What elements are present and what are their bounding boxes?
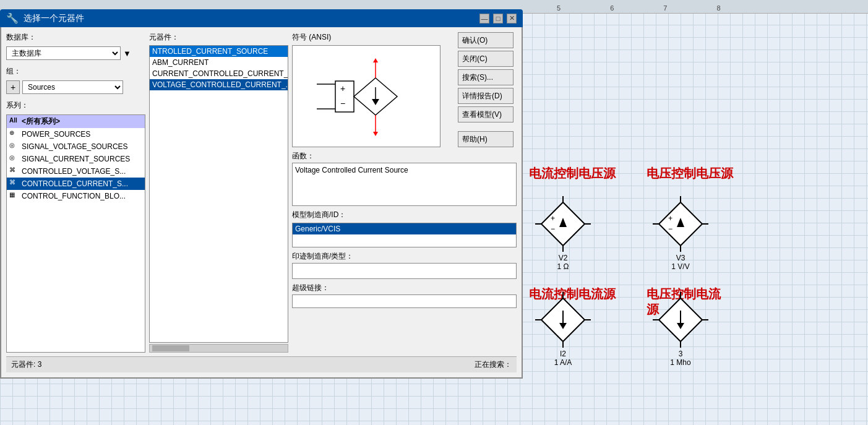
view-model-btn[interactable]: 查看模型(V) bbox=[458, 106, 513, 122]
series-item-power[interactable]: ⊕ POWER_SOURCES bbox=[7, 128, 145, 140]
svg-marker-41 bbox=[373, 132, 378, 136]
super-row bbox=[292, 294, 517, 308]
component-scrollbar[interactable] bbox=[149, 344, 288, 353]
series-label: 系列： bbox=[6, 100, 145, 111]
close-dialog-btn[interactable]: 关闭(C) bbox=[458, 51, 513, 67]
maximize-btn[interactable]: □ bbox=[493, 14, 503, 24]
model-generic-label: Generic/VCIS bbox=[295, 225, 340, 233]
comp-list-label: 元器件： bbox=[149, 32, 288, 43]
v2-spec: 1 Ω bbox=[535, 262, 591, 271]
searching-status: 正在搜索： bbox=[475, 359, 512, 370]
model-list: Generic/VCIS bbox=[292, 223, 517, 247]
database-select[interactable]: 主数据库 bbox=[6, 46, 121, 60]
component-i2: I2 1 A/A bbox=[535, 292, 591, 367]
model-item-generic[interactable]: Generic/VCIS bbox=[293, 223, 516, 234]
help-btn[interactable]: 帮助(H) bbox=[458, 131, 513, 147]
title-bar-controls: — □ ✕ bbox=[479, 14, 517, 24]
confirm-btn[interactable]: 确认(O) bbox=[458, 32, 513, 48]
series-ctrl-v-label: CONTROLLED_VOLTAGE_S... bbox=[22, 167, 126, 176]
group-row: + Sources bbox=[6, 80, 145, 94]
func-text: Voltage Controlled Current Source bbox=[295, 166, 408, 174]
component-v3: + − V3 1 V/V bbox=[653, 196, 708, 271]
svg-text:+: + bbox=[340, 84, 345, 93]
series-list: All <所有系列> ⊕ POWER_SOURCES ◎ SIGNAL_VOLT… bbox=[6, 114, 145, 353]
right-panel: 符号 (ANSI) + − bbox=[292, 32, 517, 353]
label-current-controlled-voltage: 电流控制电压源 bbox=[529, 165, 616, 182]
close-btn[interactable]: ✕ bbox=[507, 14, 517, 24]
component-v2: + − V2 1 Ω bbox=[535, 196, 591, 271]
middle-panel: 元器件： NTROLLED_CURRENT_SOURCE ABM_CURRENT… bbox=[149, 32, 288, 353]
series-all-label: <所有系列> bbox=[22, 116, 60, 127]
series-signal-v-label: SIGNAL_VOLTAGE_SOURCES bbox=[22, 142, 128, 151]
comp-item-ntrolled[interactable]: NTROLLED_CURRENT_SOURCE bbox=[150, 46, 288, 57]
print-label: 印迹制造商/类型： bbox=[292, 251, 517, 262]
comp-item-current-ctrl[interactable]: CURRENT_CONTROLLED_CURRENT_... bbox=[150, 68, 288, 79]
series-power-label: POWER_SOURCES bbox=[22, 130, 90, 139]
super-label: 超级链接： bbox=[292, 283, 517, 293]
series-item-ctrl-c[interactable]: ⌘ CONTROLLED_CURRENT_S... bbox=[7, 178, 145, 190]
status-bar: 元器件: 3 正在搜索： bbox=[6, 356, 517, 372]
dialog-body: 数据库： 主数据库 ▼ 组： + Sources 系列： bbox=[0, 27, 523, 379]
svg-text:+: + bbox=[551, 214, 555, 223]
series-ctrl-c-label: CONTROLLED_CURRENT_S... bbox=[22, 179, 128, 188]
func-label: 函数： bbox=[292, 151, 517, 161]
symbol-label: 符号 (ANSI) bbox=[292, 32, 454, 43]
all-icon: All bbox=[9, 117, 19, 127]
component-symbol-svg: + − bbox=[317, 53, 416, 140]
svg-text:−: − bbox=[668, 225, 672, 233]
component-select-dialog: 🔧 选择一个元器件 — □ ✕ 数据库： 主数据库 ▼ 组： + bbox=[0, 9, 523, 380]
series-item-ctrl-f[interactable]: ▦ CONTROL_FUNCTION_BLO... bbox=[7, 190, 145, 202]
ruler-mark-8: 8 bbox=[716, 4, 720, 12]
super-link-section: 超级链接： bbox=[292, 283, 517, 308]
schematic-labels: 电流控制电压源 电压控制电压源 + − V2 1 Ω bbox=[523, 14, 868, 425]
v2-name: V2 bbox=[535, 254, 591, 262]
super-link-input[interactable] bbox=[292, 294, 517, 308]
v3-name: V3 bbox=[653, 254, 708, 262]
comp-abm-label: ABM_CURRENT bbox=[152, 58, 208, 67]
label-voltage-controlled-voltage: 电压控制电压源 bbox=[647, 165, 733, 182]
series-ctrl-f-label: CONTROL_FUNCTION_BLO... bbox=[22, 192, 126, 200]
ruler-mark-6: 6 bbox=[610, 4, 614, 12]
add-group-btn[interactable]: + bbox=[6, 80, 20, 94]
component-list: NTROLLED_CURRENT_SOURCE ABM_CURRENT CURR… bbox=[149, 45, 288, 343]
signal-v-icon: ◎ bbox=[9, 142, 19, 152]
model-label: 模型制造商/ID： bbox=[292, 210, 517, 220]
left-panel: 数据库： 主数据库 ▼ 组： + Sources 系列： bbox=[6, 32, 145, 353]
comp-item-abm[interactable]: ABM_CURRENT bbox=[150, 57, 288, 68]
dialog-title: 选择一个元器件 bbox=[24, 13, 84, 24]
comp-voltage-ctrl-label: VOLTAGE_CONTROLLED_CURRENT_... bbox=[152, 80, 288, 89]
scroll-thumb bbox=[152, 345, 189, 351]
svg-marker-40 bbox=[373, 58, 378, 62]
group-select[interactable]: Sources bbox=[22, 80, 123, 94]
svg-text:−: − bbox=[340, 98, 345, 108]
ruler-mark-7: 7 bbox=[663, 4, 667, 12]
ctrl-c-icon: ⌘ bbox=[9, 179, 19, 189]
dialog-main-content: 数据库： 主数据库 ▼ 组： + Sources 系列： bbox=[6, 32, 517, 353]
minimize-btn[interactable]: — bbox=[479, 14, 489, 24]
series-item-signal-v[interactable]: ◎ SIGNAL_VOLTAGE_SOURCES bbox=[7, 140, 145, 153]
i2-spec: 1 A/A bbox=[535, 358, 591, 367]
component-vccs: 3 1 Mho bbox=[653, 292, 708, 367]
series-item-signal-c[interactable]: ◎ SIGNAL_CURRENT_SOURCES bbox=[7, 153, 145, 165]
db-label: 数据库： bbox=[6, 32, 145, 43]
func-section: 函数： Voltage Controlled Current Source bbox=[292, 151, 517, 206]
symbol-and-buttons: 符号 (ANSI) + − bbox=[292, 32, 517, 147]
power-icon: ⊕ bbox=[9, 129, 19, 139]
comp-ntrolled-label: NTROLLED_CURRENT_SOURCE bbox=[152, 47, 268, 56]
series-item-all[interactable]: All <所有系列> bbox=[7, 115, 145, 128]
symbol-section: 符号 (ANSI) + − bbox=[292, 32, 454, 147]
v3-spec: 1 V/V bbox=[653, 262, 708, 271]
db-select-row: 主数据库 ▼ bbox=[6, 46, 145, 60]
svg-text:−: − bbox=[551, 225, 555, 233]
series-item-ctrl-v[interactable]: ⌘ CONTROLLED_VOLTAGE_S... bbox=[7, 165, 145, 178]
comp-current-ctrl-label: CURRENT_CONTROLLED_CURRENT_... bbox=[152, 69, 288, 78]
ruler-mark-5: 5 bbox=[557, 4, 561, 12]
ctrl-f-icon: ▦ bbox=[9, 191, 19, 201]
i2-name: I2 bbox=[535, 350, 591, 358]
search-btn[interactable]: 搜索(S)... bbox=[458, 69, 513, 85]
svg-text:+: + bbox=[668, 214, 672, 223]
func-box: Voltage Controlled Current Source bbox=[292, 163, 517, 206]
detail-btn[interactable]: 详情报告(D) bbox=[458, 88, 513, 104]
comp-item-voltage-ctrl[interactable]: VOLTAGE_CONTROLLED_CURRENT_... bbox=[150, 79, 288, 90]
db-dropdown-icon: ▼ bbox=[123, 49, 131, 58]
